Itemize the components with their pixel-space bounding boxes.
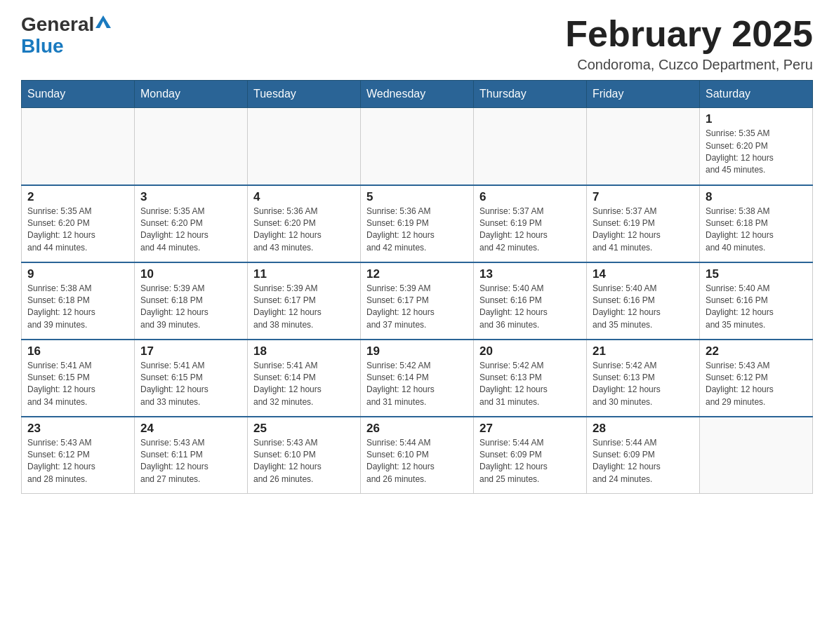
- day-number: 2: [27, 190, 128, 204]
- day-info: Sunrise: 5:40 AM Sunset: 6:16 PM Dayligh…: [706, 283, 807, 332]
- header-thursday: Thursday: [474, 81, 587, 108]
- table-row: 20Sunrise: 5:42 AM Sunset: 6:13 PM Dayli…: [474, 340, 587, 417]
- table-row: 10Sunrise: 5:39 AM Sunset: 6:18 PM Dayli…: [135, 262, 248, 340]
- table-row: 24Sunrise: 5:43 AM Sunset: 6:11 PM Dayli…: [135, 417, 248, 494]
- day-info: Sunrise: 5:35 AM Sunset: 6:20 PM Dayligh…: [27, 206, 128, 255]
- table-row: [474, 108, 587, 185]
- day-number: 23: [27, 422, 128, 436]
- header-tuesday: Tuesday: [248, 81, 361, 108]
- day-info: Sunrise: 5:39 AM Sunset: 6:17 PM Dayligh…: [366, 283, 468, 332]
- logo-blue-text: Blue: [21, 35, 64, 57]
- day-number: 17: [140, 344, 241, 358]
- day-number: 26: [366, 422, 468, 436]
- day-number: 10: [140, 267, 241, 281]
- day-number: 8: [706, 190, 807, 204]
- day-number: 19: [366, 344, 468, 358]
- day-info: Sunrise: 5:38 AM Sunset: 6:18 PM Dayligh…: [706, 206, 807, 255]
- day-info: Sunrise: 5:40 AM Sunset: 6:16 PM Dayligh…: [593, 283, 694, 332]
- table-row: 17Sunrise: 5:41 AM Sunset: 6:15 PM Dayli…: [135, 340, 248, 417]
- header-friday: Friday: [587, 81, 700, 108]
- table-row: 27Sunrise: 5:44 AM Sunset: 6:09 PM Dayli…: [474, 417, 587, 494]
- location-title: Condoroma, Cuzco Department, Peru: [565, 57, 813, 73]
- table-row: 7Sunrise: 5:37 AM Sunset: 6:19 PM Daylig…: [587, 185, 700, 262]
- table-row: 18Sunrise: 5:41 AM Sunset: 6:14 PM Dayli…: [248, 340, 361, 417]
- day-number: 1: [706, 112, 807, 126]
- table-row: 22Sunrise: 5:43 AM Sunset: 6:12 PM Dayli…: [700, 340, 813, 417]
- header-saturday: Saturday: [700, 81, 813, 108]
- table-row: 5Sunrise: 5:36 AM Sunset: 6:19 PM Daylig…: [361, 185, 474, 262]
- day-info: Sunrise: 5:43 AM Sunset: 6:11 PM Dayligh…: [140, 437, 241, 486]
- table-row: 23Sunrise: 5:43 AM Sunset: 6:12 PM Dayli…: [22, 417, 135, 494]
- table-row: 19Sunrise: 5:42 AM Sunset: 6:14 PM Dayli…: [361, 340, 474, 417]
- table-row: [248, 108, 361, 185]
- day-info: Sunrise: 5:36 AM Sunset: 6:20 PM Dayligh…: [253, 206, 355, 255]
- day-number: 27: [479, 422, 581, 436]
- day-number: 13: [479, 267, 581, 281]
- table-row: [135, 108, 248, 185]
- day-number: 14: [593, 267, 694, 281]
- day-number: 21: [593, 344, 694, 358]
- day-number: 11: [253, 267, 355, 281]
- table-row: 25Sunrise: 5:43 AM Sunset: 6:10 PM Dayli…: [248, 417, 361, 494]
- day-info: Sunrise: 5:44 AM Sunset: 6:09 PM Dayligh…: [593, 437, 694, 486]
- day-info: Sunrise: 5:43 AM Sunset: 6:10 PM Dayligh…: [253, 437, 355, 486]
- day-info: Sunrise: 5:44 AM Sunset: 6:10 PM Dayligh…: [366, 437, 468, 486]
- table-row: 1Sunrise: 5:35 AM Sunset: 6:20 PM Daylig…: [700, 108, 813, 185]
- day-info: Sunrise: 5:41 AM Sunset: 6:15 PM Dayligh…: [140, 360, 241, 409]
- day-info: Sunrise: 5:43 AM Sunset: 6:12 PM Dayligh…: [706, 360, 807, 409]
- day-number: 20: [479, 344, 581, 358]
- day-number: 6: [479, 190, 581, 204]
- table-row: 16Sunrise: 5:41 AM Sunset: 6:15 PM Dayli…: [22, 340, 135, 417]
- logo-general-text: General: [21, 14, 94, 36]
- day-number: 7: [593, 190, 694, 204]
- day-number: 18: [253, 344, 355, 358]
- table-row: 8Sunrise: 5:38 AM Sunset: 6:18 PM Daylig…: [700, 185, 813, 262]
- day-number: 25: [253, 422, 355, 436]
- day-info: Sunrise: 5:39 AM Sunset: 6:18 PM Dayligh…: [140, 283, 241, 332]
- table-row: [700, 417, 813, 494]
- day-info: Sunrise: 5:36 AM Sunset: 6:19 PM Dayligh…: [366, 206, 468, 255]
- day-info: Sunrise: 5:39 AM Sunset: 6:17 PM Dayligh…: [253, 283, 355, 332]
- day-info: Sunrise: 5:44 AM Sunset: 6:09 PM Dayligh…: [479, 437, 581, 486]
- page-header: General Blue February 2025 Condoroma, Cu…: [21, 14, 813, 73]
- day-info: Sunrise: 5:35 AM Sunset: 6:20 PM Dayligh…: [140, 206, 241, 255]
- logo-triangle-icon: [95, 15, 111, 28]
- calendar-week-row: 2Sunrise: 5:35 AM Sunset: 6:20 PM Daylig…: [22, 185, 813, 262]
- table-row: 26Sunrise: 5:44 AM Sunset: 6:10 PM Dayli…: [361, 417, 474, 494]
- weekday-header-row: Sunday Monday Tuesday Wednesday Thursday…: [22, 81, 813, 108]
- table-row: 6Sunrise: 5:37 AM Sunset: 6:19 PM Daylig…: [474, 185, 587, 262]
- title-area: February 2025 Condoroma, Cuzco Departmen…: [565, 14, 813, 73]
- day-number: 9: [27, 267, 128, 281]
- table-row: 4Sunrise: 5:36 AM Sunset: 6:20 PM Daylig…: [248, 185, 361, 262]
- header-monday: Monday: [135, 81, 248, 108]
- day-info: Sunrise: 5:42 AM Sunset: 6:14 PM Dayligh…: [366, 360, 468, 409]
- day-number: 28: [593, 422, 694, 436]
- day-number: 12: [366, 267, 468, 281]
- day-info: Sunrise: 5:40 AM Sunset: 6:16 PM Dayligh…: [479, 283, 581, 332]
- header-sunday: Sunday: [22, 81, 135, 108]
- calendar-week-row: 23Sunrise: 5:43 AM Sunset: 6:12 PM Dayli…: [22, 417, 813, 494]
- calendar-table: Sunday Monday Tuesday Wednesday Thursday…: [21, 80, 813, 494]
- day-info: Sunrise: 5:43 AM Sunset: 6:12 PM Dayligh…: [27, 437, 128, 486]
- calendar-week-row: 9Sunrise: 5:38 AM Sunset: 6:18 PM Daylig…: [22, 262, 813, 340]
- table-row: 13Sunrise: 5:40 AM Sunset: 6:16 PM Dayli…: [474, 262, 587, 340]
- table-row: 11Sunrise: 5:39 AM Sunset: 6:17 PM Dayli…: [248, 262, 361, 340]
- day-info: Sunrise: 5:38 AM Sunset: 6:18 PM Dayligh…: [27, 283, 128, 332]
- table-row: 14Sunrise: 5:40 AM Sunset: 6:16 PM Dayli…: [587, 262, 700, 340]
- logo: General Blue: [21, 14, 111, 58]
- day-number: 4: [253, 190, 355, 204]
- table-row: 28Sunrise: 5:44 AM Sunset: 6:09 PM Dayli…: [587, 417, 700, 494]
- day-number: 5: [366, 190, 468, 204]
- day-info: Sunrise: 5:41 AM Sunset: 6:15 PM Dayligh…: [27, 360, 128, 409]
- month-title: February 2025: [565, 14, 813, 54]
- header-wednesday: Wednesday: [361, 81, 474, 108]
- day-info: Sunrise: 5:37 AM Sunset: 6:19 PM Dayligh…: [593, 206, 694, 255]
- day-info: Sunrise: 5:42 AM Sunset: 6:13 PM Dayligh…: [593, 360, 694, 409]
- table-row: 21Sunrise: 5:42 AM Sunset: 6:13 PM Dayli…: [587, 340, 700, 417]
- table-row: 15Sunrise: 5:40 AM Sunset: 6:16 PM Dayli…: [700, 262, 813, 340]
- table-row: 2Sunrise: 5:35 AM Sunset: 6:20 PM Daylig…: [22, 185, 135, 262]
- day-number: 16: [27, 344, 128, 358]
- day-number: 15: [706, 267, 807, 281]
- day-number: 24: [140, 422, 241, 436]
- day-info: Sunrise: 5:41 AM Sunset: 6:14 PM Dayligh…: [253, 360, 355, 409]
